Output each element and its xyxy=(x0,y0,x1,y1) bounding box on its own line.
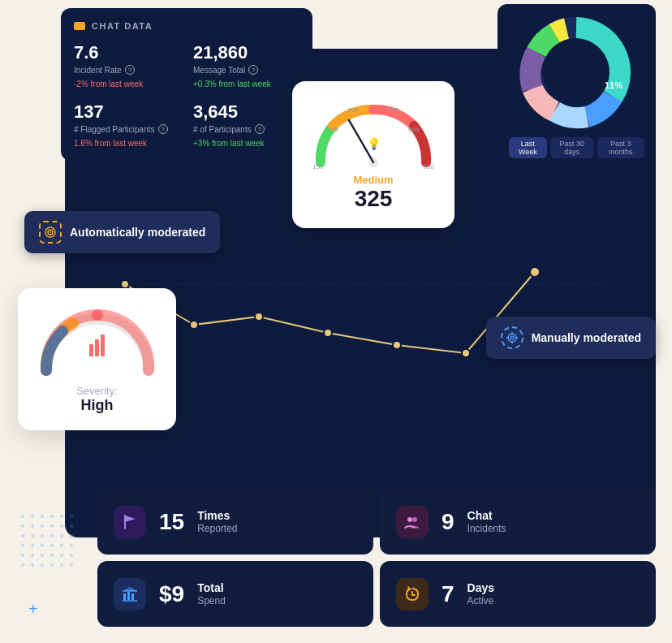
time-filter-30-days[interactable]: Past 30 days xyxy=(550,137,594,158)
svg-point-17 xyxy=(255,313,263,321)
svg-point-59 xyxy=(70,534,73,537)
days-active-sublabel: Active xyxy=(467,595,494,606)
svg-point-33 xyxy=(412,517,417,522)
metric-participants-change: +3% from last week xyxy=(193,139,299,148)
metric-flagged-participants-value: 137 xyxy=(74,101,180,123)
metric-incident-rate-value: 7.6 xyxy=(74,42,180,63)
svg-point-75 xyxy=(50,563,54,567)
svg-rect-35 xyxy=(127,592,130,600)
svg-point-43 xyxy=(31,515,34,518)
svg-text:💡: 💡 xyxy=(367,137,381,151)
svg-point-46 xyxy=(60,515,63,518)
svg-text:399: 399 xyxy=(347,106,359,114)
dots-decoration: // dots rendered via template below xyxy=(16,510,89,578)
severity-card: Severity: High xyxy=(18,288,176,430)
donut-chart-wrapper: 11% xyxy=(509,15,644,129)
info-icon-4[interactable]: ? xyxy=(255,124,265,134)
time-filter-last-week[interactable]: Last Week xyxy=(509,137,547,158)
svg-point-13 xyxy=(50,231,51,233)
info-icon-2[interactable]: ? xyxy=(248,65,258,75)
svg-point-20 xyxy=(462,349,470,357)
metric-flagged-participants-change: 1.6% from last week xyxy=(74,139,180,148)
metric-incident-rate: 7.6 Incident Rate ? -2% from last week xyxy=(74,42,180,88)
svg-point-69 xyxy=(50,554,54,557)
svg-point-15 xyxy=(121,280,129,288)
days-active-number: 7 xyxy=(442,581,454,607)
svg-point-48 xyxy=(21,524,24,528)
svg-point-45 xyxy=(50,515,54,518)
chat-incidents-label: Chat xyxy=(467,509,506,523)
metric-message-total-label: Message Total ? xyxy=(193,65,299,75)
svg-point-67 xyxy=(31,554,34,557)
tooltip-auto-moderated: Automatically moderated xyxy=(24,211,220,253)
svg-point-56 xyxy=(41,534,44,537)
chat-incidents-icon-box xyxy=(396,506,429,538)
svg-rect-29 xyxy=(95,339,99,356)
svg-point-18 xyxy=(324,329,332,337)
chat-incidents-text: Chat Incidents xyxy=(467,509,506,534)
severity-label: Severity: xyxy=(76,385,118,397)
chat-data-icon xyxy=(74,22,85,30)
times-reported-label: Times xyxy=(197,509,237,523)
svg-point-32 xyxy=(407,517,412,522)
svg-text:249: 249 xyxy=(327,126,338,133)
days-active-text: Days Active xyxy=(467,581,494,606)
svg-point-55 xyxy=(31,534,34,537)
settings-icon xyxy=(506,331,519,344)
total-spend-text: Total Spend xyxy=(197,581,226,606)
svg-text:699: 699 xyxy=(408,126,420,133)
chat-incidents-sublabel: Incidents xyxy=(467,523,506,534)
svg-point-44 xyxy=(41,515,44,518)
svg-point-66 xyxy=(21,554,24,557)
svg-point-53 xyxy=(70,524,73,528)
chat-data-heading: CHAT DATA xyxy=(92,21,153,31)
svg-rect-34 xyxy=(123,593,126,600)
svg-rect-30 xyxy=(101,334,105,356)
svg-point-60 xyxy=(21,544,24,547)
recycle-icon xyxy=(403,585,421,603)
plus-icon: + xyxy=(28,600,38,619)
dots-grid-svg: // dots rendered via template below xyxy=(16,510,89,575)
svg-point-42 xyxy=(21,515,24,518)
svg-text:499: 499 xyxy=(388,106,399,114)
svg-point-21 xyxy=(530,267,540,277)
time-filter-3-months[interactable]: Past 3 months xyxy=(597,137,644,158)
metric-incident-rate-label: Incident Rate ? xyxy=(74,65,180,75)
svg-point-64 xyxy=(60,544,63,547)
metric-flagged-participants-label: # Flagged Participants ? xyxy=(74,124,180,134)
chat-data-card: CHAT DATA 7.6 Incident Rate ? -2% from l… xyxy=(61,8,312,161)
stat-chat-incidents: 9 Chat Incidents xyxy=(380,489,656,555)
svg-point-54 xyxy=(21,534,24,537)
info-icon-3[interactable]: ? xyxy=(158,124,168,134)
stat-total-spend: $9 Total Spend xyxy=(97,561,373,627)
info-icon-1[interactable]: ? xyxy=(125,65,135,75)
svg-text:150: 150 xyxy=(312,163,324,170)
svg-point-71 xyxy=(70,554,73,557)
svg-point-62 xyxy=(41,544,44,547)
svg-text:850: 850 xyxy=(423,163,434,170)
svg-point-23 xyxy=(510,336,514,339)
metric-participants-value: 3,645 xyxy=(193,101,299,123)
chat-data-title: CHAT DATA xyxy=(74,21,299,31)
metric-message-total-change: +0.3% from last week xyxy=(193,80,299,88)
svg-point-52 xyxy=(60,524,63,528)
flag-icon xyxy=(121,513,139,531)
svg-point-16 xyxy=(190,321,198,329)
donut-card: 11% Last Week Past 30 days Past 3 months xyxy=(498,4,656,170)
severity-value: High xyxy=(81,397,114,414)
metric-participants-label: # of Participants ? xyxy=(193,124,299,134)
svg-point-65 xyxy=(70,544,73,547)
times-reported-sublabel: Reported xyxy=(197,523,237,534)
svg-point-61 xyxy=(31,544,34,547)
stats-row: 15 Times Reported 9 Chat Incidents xyxy=(97,489,656,627)
days-active-icon-box xyxy=(396,578,429,611)
gauge-svg: 150 249 399 499 699 850 💡 xyxy=(308,97,438,170)
bank-icon xyxy=(121,585,139,603)
manual-moderated-icon xyxy=(501,326,523,349)
metric-message-total: 21,860 Message Total ? +0.3% from last w… xyxy=(193,42,299,88)
svg-point-58 xyxy=(60,534,63,537)
chat-metrics-grid: 7.6 Incident Rate ? -2% from last week 2… xyxy=(74,42,299,148)
stat-times-reported: 15 Times Reported xyxy=(97,489,373,555)
gauge-label: Medium xyxy=(353,174,393,186)
times-reported-text: Times Reported xyxy=(197,509,237,534)
